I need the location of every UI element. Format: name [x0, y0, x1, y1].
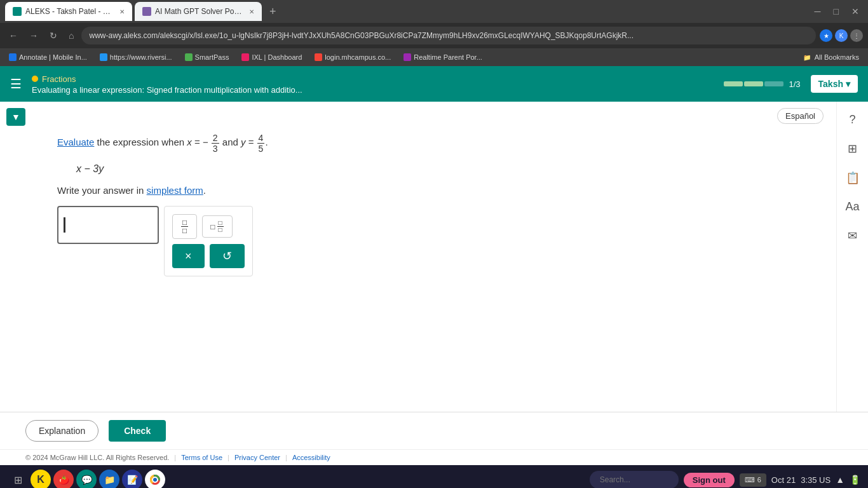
fraction-button[interactable]: □ □ — [172, 214, 197, 239]
tab-close-ai[interactable]: ✕ — [249, 8, 254, 15]
font-icon: Aa — [845, 200, 859, 213]
and-text: and — [222, 137, 241, 147]
bookmark-annotate[interactable]: Annotate | Mobile In... — [5, 52, 91, 62]
evaluate-link[interactable]: Evaluate — [57, 137, 94, 147]
keypad-row-1: □ □ □□□ — [172, 214, 245, 239]
check-button[interactable]: Check — [109, 420, 166, 442]
minimize-button[interactable]: ─ — [811, 5, 825, 18]
input-area: □ □ □□□ × — [57, 206, 798, 276]
folder-icon: 📁 — [803, 54, 811, 61]
undo-icon: ↺ — [222, 250, 232, 262]
bookmark-riversi[interactable]: https://www.riversi... — [96, 52, 176, 62]
new-tab-button[interactable]: + — [264, 5, 281, 18]
x-numerator: 2 — [212, 133, 219, 144]
collapse-button[interactable]: ▼ — [6, 108, 25, 126]
content-wrapper: ▼ Español Evaluate the expression when x… — [0, 102, 868, 465]
y-fraction: 4 5 — [257, 133, 265, 153]
keyboard-icon: ⌨ — [745, 476, 755, 484]
taskbar-app-blue[interactable]: 📁 — [99, 470, 119, 488]
question-text: Evaluate the expression when x = − 2 3 a… — [57, 133, 798, 153]
tab-favicon-ai — [142, 7, 151, 16]
calculator-button[interactable]: ⊞ — [843, 137, 862, 161]
keyboard-button[interactable]: ⌨ 6 — [740, 473, 766, 487]
taskbar-app-red[interactable]: 🍅 — [53, 470, 74, 488]
period: . — [203, 185, 206, 196]
explanation-label: Explanation — [39, 426, 85, 436]
x-fraction: 2 3 — [212, 133, 219, 153]
ext-icon-menu[interactable]: ⋮ — [850, 29, 863, 42]
fraction-icon: □ □ — [181, 219, 188, 234]
sign-out-button[interactable]: Sign out — [684, 473, 735, 487]
window-controls: ─ □ ✕ — [811, 5, 863, 18]
font-size-button[interactable]: Aa — [840, 195, 864, 219]
bookmark-label-ixl: IXL | Dashboard — [252, 53, 302, 61]
copyright-text: © 2024 McGraw Hill LLC. All Rights Reser… — [25, 454, 169, 461]
check-label: Check — [124, 426, 151, 436]
delete-button[interactable]: × — [172, 244, 205, 268]
message-icon: ✉ — [848, 229, 857, 242]
accessibility-link[interactable]: Accessibility — [292, 454, 330, 461]
tab-close-aleks[interactable]: ✕ — [119, 8, 125, 15]
bookmark-favicon-riversi — [100, 53, 107, 61]
bookmark-all[interactable]: 📁 All Bookmarks — [799, 52, 863, 62]
taskbar-search-input[interactable] — [590, 471, 679, 488]
delete-icon: × — [185, 250, 192, 262]
footer-area: Explanation Check — [0, 412, 868, 449]
tab-ai[interactable]: AI Math GPT Solver Powered b... ✕ — [135, 2, 262, 21]
chevron-down-icon: ▼ — [11, 112, 20, 122]
copyright-bar: © 2024 McGraw Hill LLC. All Rights Reser… — [0, 449, 868, 465]
network-icon: ▲ — [836, 475, 844, 485]
user-menu-button[interactable]: Taksh ▾ — [811, 75, 858, 93]
aleks-app: ☰ Fractions Evaluating a linear expressi… — [0, 66, 868, 465]
keyboard-label: 6 — [757, 476, 761, 484]
calculator-icon: ⊞ — [848, 142, 857, 155]
espanol-button[interactable]: Español — [777, 108, 824, 124]
topic-name: Fractions — [42, 74, 76, 84]
home-button[interactable]: ⌂ — [65, 29, 78, 42]
terms-link[interactable]: Terms of Use — [181, 454, 222, 461]
notepad-button[interactable]: 📋 — [841, 166, 865, 190]
keypad-row-2: × ↺ — [172, 244, 245, 268]
explanation-button[interactable]: Explanation — [25, 420, 98, 442]
hamburger-menu-button[interactable]: ☰ — [10, 76, 22, 92]
reload-button[interactable]: ↻ — [46, 29, 61, 42]
bookmark-mh[interactable]: login.mhcampus.co... — [311, 52, 395, 62]
taskbar-app-darkblue[interactable]: 📝 — [122, 470, 142, 488]
taskbar-app-teal[interactable]: 💬 — [76, 470, 97, 488]
mixed-fraction-button[interactable]: □□□ — [202, 215, 232, 238]
y-numerator: 4 — [257, 133, 265, 144]
bookmark-realtime[interactable]: Realtime Parent Por... — [400, 52, 486, 62]
taskbar-time: 3:35 US — [801, 475, 831, 485]
bookmark-label-annotate: Annotate | Mobile In... — [19, 53, 87, 61]
forward-button[interactable]: → — [25, 29, 42, 42]
sign-out-label: Sign out — [693, 475, 726, 485]
privacy-link[interactable]: Privacy Center — [234, 454, 280, 461]
browser-chrome: ALEKS - Taksh Patel - Learn ✕ AI Math GP… — [0, 0, 868, 66]
taskbar-app-k[interactable]: K — [31, 470, 51, 488]
expression-value: x − 3y — [76, 163, 104, 174]
simplest-form-link[interactable]: simplest form — [147, 185, 203, 196]
extension-icons: ★ K ⋮ — [820, 29, 863, 42]
windows-start-button[interactable]: ⊞ — [8, 470, 28, 488]
taskbar-right: Sign out ⌨ 6 Oct 21 3:35 US ▲ 🔋 — [684, 473, 860, 487]
bookmark-ixl[interactable]: IXL | Dashboard — [238, 52, 306, 62]
taskbar-app-chrome[interactable] — [145, 470, 165, 488]
battery-icon: 🔋 — [850, 475, 860, 485]
maximize-button[interactable]: □ — [830, 5, 843, 18]
separator-3: | — [285, 454, 287, 461]
message-button[interactable]: ✉ — [843, 224, 862, 248]
bookmark-label-realtime: Realtime Parent Por... — [414, 53, 482, 61]
ext-icon-k[interactable]: K — [835, 29, 848, 42]
bookmark-smart[interactable]: SmartPass — [181, 52, 233, 62]
address-input[interactable] — [81, 27, 816, 44]
y-var: y — [241, 137, 246, 147]
bookmark-favicon-ixl — [241, 53, 249, 61]
back-button[interactable]: ← — [5, 29, 22, 42]
tab-aleks[interactable]: ALEKS - Taksh Patel - Learn ✕ — [5, 2, 132, 21]
answer-input-box[interactable] — [57, 206, 159, 244]
help-button[interactable]: ? — [844, 108, 860, 132]
close-button[interactable]: ✕ — [848, 5, 863, 18]
bookmark-label-smart: SmartPass — [195, 53, 229, 61]
ext-icon-1[interactable]: ★ — [820, 29, 832, 42]
undo-button[interactable]: ↺ — [210, 244, 245, 268]
